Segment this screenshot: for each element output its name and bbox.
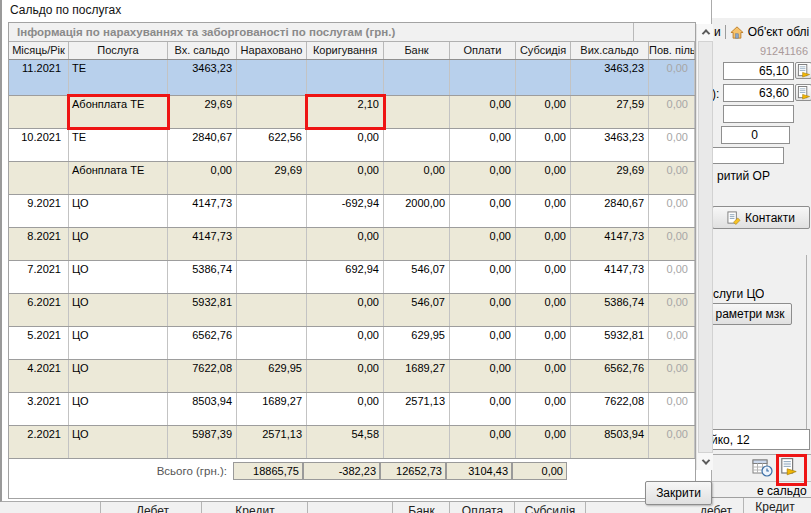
table-cell[interactable]: [307, 60, 384, 95]
table-cell[interactable]: 5386,74: [168, 261, 237, 293]
table-cell[interactable]: [384, 129, 450, 161]
vertical-scrollbar[interactable]: [696, 24, 713, 470]
table-cell[interactable]: 0,00: [649, 261, 695, 293]
contacts-button[interactable]: Контакти: [712, 206, 810, 229]
table-row[interactable]: Абонплата ТЕ29,692,100,000,0027,590,00: [9, 96, 695, 129]
area-heated-field[interactable]: 63,60: [723, 84, 794, 102]
table-cell[interactable]: Абонплата ТЕ: [69, 162, 168, 194]
table-cell[interactable]: 0,00: [450, 327, 516, 359]
table-cell[interactable]: 0,00: [450, 261, 516, 293]
table-cell[interactable]: 6562,76: [571, 360, 649, 392]
table-cell[interactable]: 8503,94: [571, 426, 649, 458]
table-cell[interactable]: [237, 261, 307, 293]
history-calendar-icon[interactable]: [752, 458, 773, 479]
table-row[interactable]: 4.2021ЦО7622,08629,950,001689,270,000,00…: [9, 360, 695, 393]
table-cell[interactable]: 622,56: [237, 129, 307, 161]
table-cell[interactable]: 2571,13: [384, 393, 450, 425]
area-total-lookup-button[interactable]: [795, 62, 811, 79]
table-cell[interactable]: 0,00: [516, 228, 571, 260]
table-cell[interactable]: 0,00: [307, 393, 384, 425]
table-cell[interactable]: [384, 426, 450, 458]
table-cell[interactable]: 7622,08: [571, 393, 649, 425]
table-cell[interactable]: 29,69: [168, 96, 237, 128]
table-cell[interactable]: 0,00: [307, 228, 384, 260]
area-heated-lookup-button[interactable]: [795, 84, 811, 101]
table-cell[interactable]: 4147,73: [571, 228, 649, 260]
table-cell[interactable]: 5987,39: [168, 426, 237, 458]
table-cell[interactable]: ЦО: [69, 195, 168, 227]
table-cell[interactable]: 0,00: [516, 426, 571, 458]
area-total-field[interactable]: 65,10: [723, 62, 794, 80]
table-row[interactable]: 6.2021ЦО5932,810,00546,070,000,005386,74…: [9, 294, 695, 327]
table-cell[interactable]: [237, 60, 307, 95]
table-cell[interactable]: 5932,81: [168, 294, 237, 326]
table-cell[interactable]: ЦО: [69, 393, 168, 425]
table-cell[interactable]: 629,95: [237, 360, 307, 392]
address-field[interactable]: уйко, 12: [702, 429, 810, 450]
table-cell[interactable]: [384, 60, 450, 95]
table-row[interactable]: 2.2021ЦО5987,392571,1354,580,000,008503,…: [9, 426, 695, 459]
table-cell[interactable]: 1689,27: [384, 360, 450, 392]
table-cell[interactable]: 0,00: [649, 426, 695, 458]
table-cell[interactable]: 0,00: [450, 195, 516, 227]
table-row[interactable]: 7.2021ЦО5386,74692,94546,070,000,004147,…: [9, 261, 695, 294]
table-cell[interactable]: 0,00: [516, 327, 571, 359]
table-cell[interactable]: -692,94: [307, 195, 384, 227]
scrollbar-thumb[interactable]: [698, 41, 713, 453]
table-cell[interactable]: ЦО: [69, 426, 168, 458]
table-row[interactable]: 3.2021ЦО8503,941689,270,002571,130,000,0…: [9, 393, 695, 426]
table-cell[interactable]: 0,00: [450, 96, 516, 128]
table-cell[interactable]: 3463,23: [571, 60, 649, 95]
table-cell[interactable]: 0,00: [307, 327, 384, 359]
table-cell[interactable]: 0,00: [649, 360, 695, 392]
table-cell[interactable]: 546,07: [384, 294, 450, 326]
table-cell[interactable]: 3463,23: [571, 129, 649, 161]
table-cell[interactable]: ТЕ: [69, 129, 168, 161]
table-cell[interactable]: 0,00: [649, 96, 695, 128]
table-cell[interactable]: 7.2021: [9, 261, 69, 293]
table-cell[interactable]: 2840,67: [571, 195, 649, 227]
table-cell[interactable]: [237, 228, 307, 260]
table-cell[interactable]: 5932,81: [571, 327, 649, 359]
wide-empty-field[interactable]: [706, 147, 784, 164]
table-cell[interactable]: 29,69: [571, 162, 649, 194]
table-cell[interactable]: 6.2021: [9, 294, 69, 326]
table-cell[interactable]: 0,00: [307, 162, 384, 194]
table-cell[interactable]: 0,00: [307, 360, 384, 392]
table-cell[interactable]: [237, 327, 307, 359]
table-cell[interactable]: ЦО: [69, 261, 168, 293]
table-cell[interactable]: 0,00: [516, 261, 571, 293]
table-cell[interactable]: [450, 60, 516, 95]
table-cell[interactable]: [516, 60, 571, 95]
tab-fragment[interactable]: и: [714, 25, 721, 39]
table-cell[interactable]: 7622,08: [168, 360, 237, 392]
table-cell[interactable]: 4147,73: [571, 261, 649, 293]
table-cell[interactable]: 0,00: [516, 162, 571, 194]
table-cell[interactable]: [384, 228, 450, 260]
table-cell[interactable]: 0,00: [450, 162, 516, 194]
table-cell[interactable]: ТЕ: [69, 60, 168, 95]
table-cell[interactable]: 6562,76: [168, 327, 237, 359]
table-cell[interactable]: 0,00: [450, 426, 516, 458]
table-cell[interactable]: 2571,13: [237, 426, 307, 458]
table-row[interactable]: 9.2021ЦО4147,73-692,942000,000,000,00284…: [9, 195, 695, 228]
table-cell[interactable]: [237, 195, 307, 227]
table-cell[interactable]: 0,00: [450, 294, 516, 326]
table-cell[interactable]: 4.2021: [9, 360, 69, 392]
table-cell[interactable]: 54,58: [307, 426, 384, 458]
table-cell[interactable]: 0,00: [307, 294, 384, 326]
table-cell[interactable]: 0,00: [649, 228, 695, 260]
table-cell[interactable]: 629,95: [384, 327, 450, 359]
table-cell[interactable]: ЦО: [69, 228, 168, 260]
table-cell[interactable]: 0,00: [450, 228, 516, 260]
table-row[interactable]: 5.2021ЦО6562,760,00629,950,000,005932,81…: [9, 327, 695, 360]
table-row[interactable]: 8.2021ЦО4147,730,000,000,004147,730,00: [9, 228, 695, 261]
scroll-up-button[interactable]: [697, 24, 714, 40]
table-cell[interactable]: 2000,00: [384, 195, 450, 227]
residents-field[interactable]: 0: [721, 126, 790, 144]
table-cell[interactable]: 4147,73: [168, 195, 237, 227]
table-cell[interactable]: 2840,67: [168, 129, 237, 161]
table-cell[interactable]: 11.2021: [9, 60, 69, 95]
table-cell[interactable]: 0,00: [649, 294, 695, 326]
table-cell[interactable]: 9.2021: [9, 195, 69, 227]
